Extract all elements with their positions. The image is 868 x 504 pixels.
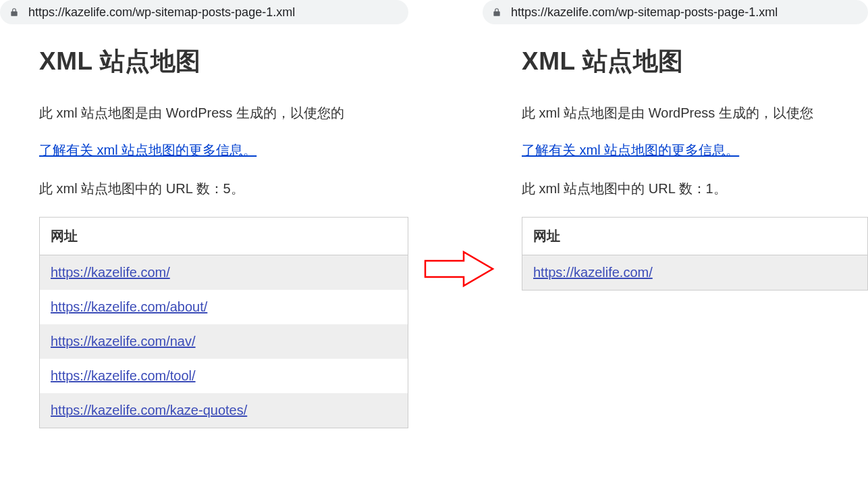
address-url[interactable]: https://kazelife.com/wp-sitemap-posts-pa… xyxy=(511,5,778,20)
url-cell: https://kazelife.com/ xyxy=(40,255,408,291)
url-cell: https://kazelife.com/about/ xyxy=(40,290,408,324)
sitemap-url-link[interactable]: https://kazelife.com/about/ xyxy=(51,299,207,314)
address-url[interactable]: https://kazelife.com/wp-sitemap-posts-pa… xyxy=(28,5,295,20)
table-row: https://kazelife.com/tool/ xyxy=(40,359,408,393)
url-cell: https://kazelife.com/nav/ xyxy=(40,324,408,359)
lock-icon xyxy=(492,7,501,17)
table-row: https://kazelife.com/kaze-quotes/ xyxy=(40,393,408,428)
table-row: https://kazelife.com/nav/ xyxy=(40,324,408,359)
sitemap-url-link[interactable]: https://kazelife.com/nav/ xyxy=(51,334,196,349)
lock-icon xyxy=(9,7,19,17)
address-bar[interactable]: https://kazelife.com/wp-sitemap-posts-pa… xyxy=(0,0,408,24)
table-row: https://kazelife.com/about/ xyxy=(40,290,408,324)
table-row: https://kazelife.com/ xyxy=(522,255,868,291)
url-cell: https://kazelife.com/tool/ xyxy=(40,359,408,393)
arrow-icon xyxy=(422,249,496,289)
page-content: XML 站点地图 此 xml 站点地图是由 WordPress 生成的，以使您的… xyxy=(0,45,408,428)
table-header-url: 网址 xyxy=(40,218,408,255)
learn-more-link[interactable]: 了解有关 xml 站点地图的更多信息。 xyxy=(522,141,739,159)
url-count-text: 此 xml 站点地图中的 URL 数：5。 xyxy=(39,180,408,198)
url-count-text: 此 xml 站点地图中的 URL 数：1。 xyxy=(522,180,868,198)
description-text: 此 xml 站点地图是由 WordPress 生成的，以使您 xyxy=(522,104,868,122)
left-panel: https://kazelife.com/wp-sitemap-posts-pa… xyxy=(0,0,408,504)
page-title: XML 站点地图 xyxy=(39,45,408,78)
description-text: 此 xml 站点地图是由 WordPress 生成的，以使您的 xyxy=(39,104,408,122)
table-header-url: 网址 xyxy=(522,218,868,255)
sitemap-url-link[interactable]: https://kazelife.com/ xyxy=(533,265,653,280)
sitemap-url-link[interactable]: https://kazelife.com/tool/ xyxy=(51,368,196,383)
table-row: https://kazelife.com/ xyxy=(40,255,408,291)
url-cell: https://kazelife.com/ xyxy=(522,255,868,291)
learn-more-link[interactable]: 了解有关 xml 站点地图的更多信息。 xyxy=(39,141,256,159)
sitemap-table: 网址 https://kazelife.com/https://kazelife… xyxy=(39,217,408,428)
page-content: XML 站点地图 此 xml 站点地图是由 WordPress 生成的，以使您 … xyxy=(483,45,868,291)
right-panel: https://kazelife.com/wp-sitemap-posts-pa… xyxy=(483,0,868,504)
page-title: XML 站点地图 xyxy=(522,45,868,78)
sitemap-url-link[interactable]: https://kazelife.com/ xyxy=(51,265,170,280)
sitemap-url-link[interactable]: https://kazelife.com/kaze-quotes/ xyxy=(51,403,247,418)
sitemap-table: 网址 https://kazelife.com/ xyxy=(522,217,868,291)
url-cell: https://kazelife.com/kaze-quotes/ xyxy=(40,393,408,428)
address-bar[interactable]: https://kazelife.com/wp-sitemap-posts-pa… xyxy=(483,0,868,24)
